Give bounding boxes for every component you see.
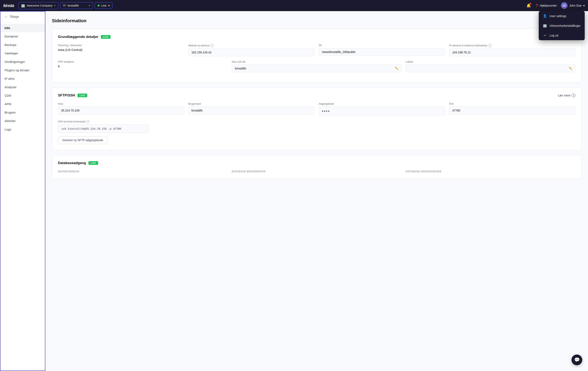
database-columns: Databasenavn Database brugernavn Databas… bbox=[58, 170, 575, 173]
sidebar-item-cdn[interactable]: CDN bbox=[0, 91, 45, 100]
database-header: Databaseadgang LIVE bbox=[58, 161, 575, 165]
sftp-header: SFTP/SSH LIVE Lær mere i bbox=[58, 93, 575, 97]
labels-edit-icon[interactable]: ✏️ bbox=[569, 67, 572, 70]
sidebar-item-activity[interactable]: Aktivitet bbox=[0, 117, 45, 125]
sftp-password-label: Adgangskode bbox=[319, 103, 445, 105]
external-ip-help-icon[interactable]: ? bbox=[488, 44, 492, 47]
sftp-password-dots: •••• bbox=[322, 109, 330, 113]
user-avatar: JD bbox=[561, 2, 567, 9]
sidebar-back-label: Tilbage bbox=[10, 15, 19, 18]
sidebar-item-users-label: Brugere bbox=[5, 111, 15, 114]
sidebar-item-backups[interactable]: Backups bbox=[0, 41, 45, 49]
sftp-learn-more-button[interactable]: Lær mere i bbox=[558, 93, 575, 97]
sftp-username-label: Brugernavn bbox=[189, 103, 315, 105]
db-password-column: Database adgangskode bbox=[406, 170, 575, 173]
sidebar-item-tools[interactable]: Værktøjer bbox=[0, 49, 45, 58]
sidebar-item-info-label: Info bbox=[5, 26, 10, 30]
site-name-edit-icon[interactable]: ✏️ bbox=[395, 67, 399, 70]
path-field: Sti /www/kinstalife_268/public bbox=[319, 44, 445, 56]
site-selector-label: kinstalife bbox=[68, 4, 79, 7]
site-selector[interactable]: W kinstalife ▾ bbox=[60, 2, 93, 9]
sidebar-item-plugins[interactable]: Plugins og temaer bbox=[0, 66, 45, 74]
sftp-username-field: Brugernavn kinstalife bbox=[189, 103, 315, 116]
website-ip-label: Website ip-adresse ? bbox=[189, 44, 315, 47]
basic-details-header: Grundlæggende detaljer LIVE bbox=[58, 35, 575, 39]
database-badge: LIVE bbox=[88, 161, 98, 165]
sftp-password-value: •••• bbox=[319, 107, 445, 116]
env-chevron-icon: ▾ bbox=[108, 4, 110, 7]
sidebar-item-domains-label: Domæner bbox=[5, 35, 18, 38]
sidebar-item-domains[interactable]: Domæner bbox=[0, 32, 45, 41]
sidebar-item-ip-deny[interactable]: IP afvis bbox=[0, 74, 45, 83]
notifications-button[interactable]: 🔔 bbox=[526, 3, 531, 8]
site-name-field: Navn på site kinstalife ✏️ bbox=[232, 60, 401, 72]
sidebar-item-users[interactable]: Brugere bbox=[0, 108, 45, 117]
ssh-terminal-label: SSH terminal kommando ? bbox=[58, 120, 575, 123]
sftp-port-value: 47780 bbox=[449, 107, 576, 114]
database-card: Databaseadgang LIVE Databasenavn Databas… bbox=[52, 155, 581, 179]
database-title: Databaseadgang bbox=[58, 161, 86, 165]
sidebar-item-apm-label: APM bbox=[5, 102, 11, 106]
external-ip-label: IP-adresse til eksterne forbindelser ? bbox=[449, 44, 576, 47]
logout-icon: ↩ bbox=[543, 33, 547, 37]
sidebar-item-info[interactable]: Info bbox=[0, 24, 45, 32]
kinsta-logo: kinsta bbox=[3, 3, 14, 8]
help-center-button[interactable]: ❓ Hjælpecenter bbox=[535, 4, 557, 7]
db-user-label: Database brugernavn bbox=[232, 170, 401, 173]
page-title-row: Sideinformation bbox=[52, 18, 581, 24]
external-ip-field: IP-adresse til eksterne forbindelser ? 1… bbox=[449, 44, 576, 56]
sidebar-item-backups-label: Backups bbox=[5, 43, 17, 47]
page-title: Sideinformation bbox=[52, 18, 86, 23]
ssh-terminal-field: SSH terminal kommando ? ssh kinstalife@3… bbox=[58, 120, 575, 136]
website-ip-field: Website ip-adresse ? 162.159.134.42 bbox=[189, 44, 315, 56]
sftp-title: SFTP/SSH bbox=[58, 93, 75, 97]
sidebar-item-redirects[interactable]: Omdirigeringer bbox=[0, 58, 45, 66]
website-ip-value: 162.159.134.42 bbox=[189, 48, 315, 56]
chat-button[interactable]: 💬 bbox=[571, 354, 582, 365]
dropdown-item-logout[interactable]: ↩ Log ud bbox=[539, 31, 585, 40]
user-name-label: John Doe bbox=[569, 4, 582, 7]
path-value: /www/kinstalife_268/public bbox=[319, 48, 445, 56]
chat-icon: 💬 bbox=[574, 357, 580, 362]
sidebar-back-button[interactable]: ← Tilbage bbox=[0, 11, 45, 22]
db-password-label: Database adgangskode bbox=[406, 170, 575, 173]
back-arrow-icon: ← bbox=[5, 15, 8, 19]
sidebar-item-plugins-label: Plugins og temaer bbox=[5, 68, 30, 72]
sidebar-nav: Info Domæner Backups Værktøjer Omdiriger… bbox=[0, 22, 45, 371]
basic-details-card: Grundlæggende detaljer LIVE Placering / … bbox=[52, 29, 581, 82]
dropdown-item-company-settings[interactable]: 🏢 Virksomhedsindstillinger bbox=[539, 21, 585, 31]
sidebar-item-ip-deny-label: IP afvis bbox=[5, 77, 15, 80]
live-dot-icon bbox=[97, 5, 100, 7]
help-icon: ❓ bbox=[535, 4, 538, 7]
dropdown-item-user-settings[interactable]: 👤 User settings bbox=[539, 11, 585, 21]
sidebar-item-tools-label: Værktøjer bbox=[5, 52, 18, 55]
placement-field: Placering / datacenter Iowa (US Central) bbox=[58, 44, 184, 56]
labels-value[interactable]: ✏️ bbox=[406, 64, 575, 72]
sftp-host-value: 35.224.70.159 bbox=[58, 107, 184, 114]
sidebar: ← Tilbage Info Domæner Backups Værktøjer… bbox=[0, 11, 45, 371]
external-ip-value: 104.198.76.12 bbox=[449, 48, 576, 56]
company-selector[interactable]: 🏢 Awesome Company ▾ bbox=[18, 2, 58, 9]
user-settings-icon: 👤 bbox=[543, 14, 547, 18]
labels-label: Labels bbox=[406, 60, 575, 63]
sftp-host-field: Host 35.224.70.159 bbox=[58, 103, 184, 116]
navbar-right: 🔔 ❓ Hjælpecenter JD John Doe ▾ bbox=[526, 2, 585, 9]
ssh-terminal-help-icon[interactable]: ? bbox=[86, 120, 89, 123]
website-ip-help-icon[interactable]: ? bbox=[210, 44, 214, 47]
dropdown-logout-label: Log ud bbox=[549, 34, 558, 37]
environment-selector[interactable]: Live ▾ bbox=[95, 2, 113, 9]
generate-sftp-password-button[interactable]: Generer ny SFTP-adgangskode bbox=[58, 136, 107, 144]
site-name-value[interactable]: kinstalife ✏️ bbox=[232, 64, 401, 72]
sidebar-item-apm[interactable]: APM bbox=[0, 100, 45, 108]
dropdown-company-settings-label: Virksomhedsindstillinger bbox=[549, 24, 581, 27]
company-icon: 🏢 bbox=[21, 4, 25, 8]
placement-label: Placering / datacenter bbox=[58, 44, 184, 47]
company-settings-icon: 🏢 bbox=[543, 24, 547, 28]
sidebar-item-logs[interactable]: Logs bbox=[0, 125, 45, 134]
site-name-label: Navn på site bbox=[232, 60, 401, 63]
php-workers-label: PHP arbejdere bbox=[58, 60, 228, 63]
basic-details-fields-row1: Placering / datacenter Iowa (US Central)… bbox=[58, 44, 575, 56]
user-menu-button[interactable]: JD John Doe ▾ bbox=[561, 2, 585, 9]
db-user-column: Database brugernavn bbox=[232, 170, 401, 173]
sidebar-item-analytics[interactable]: Analyser bbox=[0, 83, 45, 91]
